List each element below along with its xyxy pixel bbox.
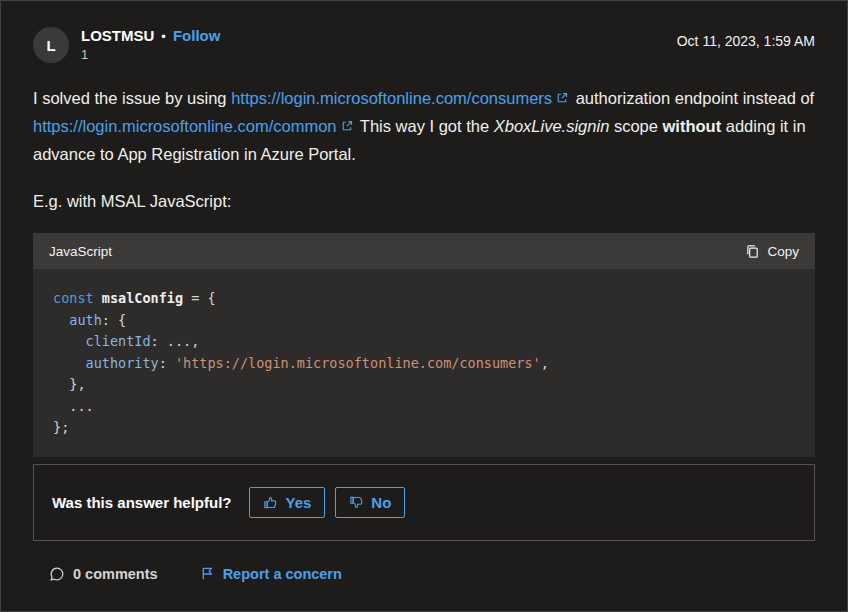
link-consumers-endpoint[interactable]: https://login.microsoftonline.com/consum… <box>231 89 552 107</box>
code-line: auth: { <box>53 310 795 332</box>
timestamp: Oct 11, 2023, 1:59 AM <box>677 27 815 49</box>
author-block: LOSTMSU • Follow 1 <box>81 27 220 62</box>
post-footer: 0 comments Report a concern <box>33 566 815 582</box>
external-link-icon <box>341 112 353 124</box>
reputation-count: 1 <box>81 47 220 62</box>
code-line: const msalConfig = { <box>53 288 795 310</box>
flag-icon <box>200 566 215 581</box>
author-line: LOSTMSU • Follow <box>81 27 220 44</box>
feedback-section: Was this answer helpful? Yes No <box>33 464 815 541</box>
feedback-question: Was this answer helpful? <box>52 494 231 511</box>
body-text-segment: authorization endpoint instead of <box>571 89 814 107</box>
follow-link[interactable]: Follow <box>173 27 221 44</box>
code-line: ... <box>53 396 795 418</box>
thumbs-down-icon <box>349 495 364 510</box>
copy-button[interactable]: Copy <box>745 244 799 259</box>
separator-dot: • <box>161 29 166 44</box>
post-header: L LOSTMSU • Follow 1 Oct 11, 2023, 1:59 … <box>33 27 815 63</box>
comment-icon <box>49 566 65 582</box>
code-block: JavaScript Copy const msalConfig = { aut… <box>33 233 815 457</box>
avatar[interactable]: L <box>33 27 69 63</box>
comments-label: 0 comments <box>73 566 158 582</box>
answer-body: I solved the issue by using https://logi… <box>33 84 815 168</box>
body-text-segment: I solved the issue by using <box>33 89 231 107</box>
copy-label: Copy <box>767 244 799 259</box>
author-name[interactable]: LOSTMSU <box>81 27 154 44</box>
scope-name: XboxLive.signin <box>494 117 610 135</box>
report-label: Report a concern <box>223 566 342 582</box>
body-text-segment: This way I got the <box>356 117 494 135</box>
helpful-no-button[interactable]: No <box>335 487 405 518</box>
code-line: }; <box>53 417 795 439</box>
code-language-label: JavaScript <box>49 244 112 259</box>
comments-link[interactable]: 0 comments <box>49 566 158 582</box>
thumbs-up-icon <box>263 495 278 510</box>
code-line: clientId: ..., <box>53 331 795 353</box>
code-line: authority: 'https://login.microsoftonlin… <box>53 353 795 375</box>
helpful-yes-button[interactable]: Yes <box>249 487 325 518</box>
body-text-segment: scope <box>609 117 662 135</box>
report-concern-link[interactable]: Report a concern <box>200 566 342 582</box>
link-common-endpoint[interactable]: https://login.microsoftonline.com/common <box>33 117 337 135</box>
bold-text: without <box>663 117 722 135</box>
code-block-header: JavaScript Copy <box>33 233 815 269</box>
external-link-icon <box>556 84 568 96</box>
code-content: const msalConfig = { auth: { clientId: .… <box>33 269 815 457</box>
example-intro: E.g. with MSAL JavaScript: <box>33 192 815 211</box>
copy-icon <box>745 244 760 259</box>
yes-label: Yes <box>285 494 311 511</box>
answer-post: L LOSTMSU • Follow 1 Oct 11, 2023, 1:59 … <box>0 0 848 612</box>
no-label: No <box>371 494 391 511</box>
code-line: }, <box>53 374 795 396</box>
